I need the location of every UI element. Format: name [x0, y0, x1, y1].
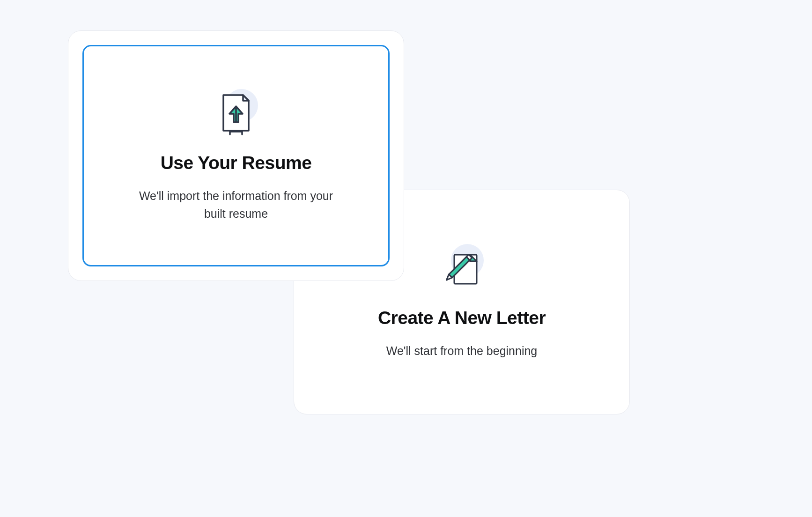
option-subtitle: We'll import the information from your b… — [128, 187, 344, 222]
option-inner-use-resume: Use Your Resume We'll import the informa… — [82, 45, 390, 266]
option-card-use-resume[interactable]: Use Your Resume We'll import the informa… — [68, 30, 404, 281]
use-resume-icon — [210, 89, 262, 140]
option-title: Use Your Resume — [161, 153, 312, 173]
option-title: Create A New Letter — [378, 308, 546, 328]
new-letter-icon — [436, 244, 487, 295]
pencil-document-icon — [440, 248, 483, 291]
option-subtitle: We'll start from the beginning — [386, 342, 538, 360]
upload-document-icon — [217, 92, 255, 137]
